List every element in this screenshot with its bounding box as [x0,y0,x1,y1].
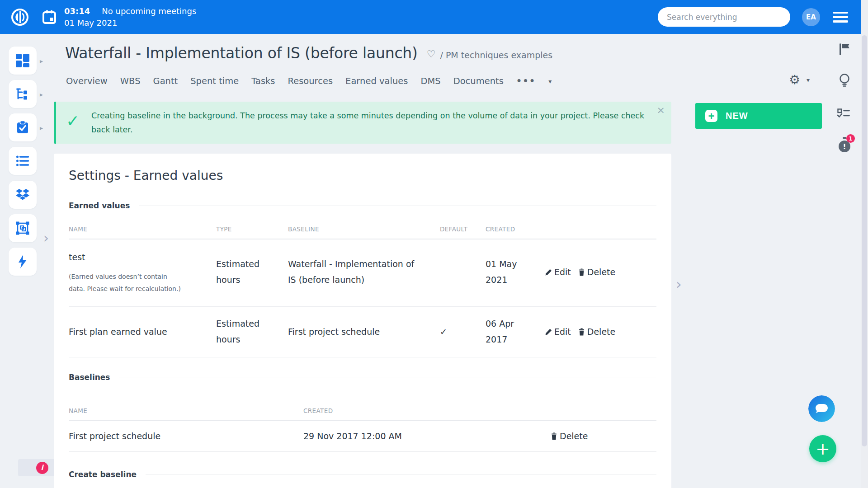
sidebar-item-tasks[interactable] [9,113,37,141]
project-tabs: Overview WBS Gantt Spent time Tasks Reso… [66,76,552,86]
stopwatch-badge: 1 [846,134,855,143]
ev-created: 06 Apr 2017 [486,316,523,347]
column-header-created: CREATED [486,225,545,233]
scrollbar-thumb[interactable] [862,35,867,446]
divider [146,474,656,474]
baselines-legend: Baselines [69,373,110,382]
clock-time: 03:14 [64,5,90,17]
ev-type: Estimated hours [216,256,267,288]
column-header-created: CREATED [303,407,551,414]
divider [139,206,656,206]
ev-baseline: First project schedule [288,324,417,340]
add-button[interactable]: + [809,435,836,462]
info-icon: i [36,462,48,474]
sidebar-item-capture[interactable] [9,214,37,242]
app-logo-icon[interactable] [11,8,29,26]
tab-dms[interactable]: DMS [420,76,440,86]
earned-values-legend: Earned values [69,201,130,210]
sidebar-item-dropbox[interactable] [9,181,37,209]
hamburger-menu-icon[interactable] [833,12,848,23]
sidebar-item-dashboard[interactable] [9,47,37,75]
plus-icon: + [705,110,717,122]
table-row: test (Earned values doesn’t contain data… [69,239,656,307]
tab-resources[interactable]: Resources [288,76,333,86]
chevron-down-icon[interactable]: ▾ [807,76,810,84]
search-input[interactable] [658,7,790,27]
delete-button[interactable]: Delete [578,267,615,277]
ev-baseline: Waterfall - Implementation of IS (before… [288,256,417,288]
ev-type: Estimated hours [216,316,267,347]
divider [119,377,656,377]
tab-wbs[interactable]: WBS [120,76,141,86]
sidebar-item-quick[interactable] [9,248,37,276]
trash-icon [551,432,557,440]
chevron-right-icon[interactable]: ▸ [40,124,43,131]
tasks-clipboard-icon [16,121,29,134]
ev-name: First plan earned value [69,324,216,340]
checklist-icon[interactable] [837,108,850,118]
meeting-status: No upcoming meetings [102,5,196,17]
trash-icon [578,328,585,336]
current-date: 01 May 2021 [64,17,196,29]
chevron-right-icon[interactable]: ▸ [40,57,43,65]
alert-message: Creating baseline in the background. The… [91,109,659,137]
tab-earned-values[interactable]: Earned values [345,76,408,86]
create-baseline-legend: Create baseline [69,470,137,479]
edit-button[interactable]: Edit [545,267,571,277]
sidebar-item-list[interactable] [9,147,37,175]
earned-values-header-row: NAME TYPE BASELINE DEFAULT CREATED [69,225,656,239]
meeting-info: 03:14 No upcoming meetings 01 May 2021 [64,5,196,29]
ev-created: 01 May 2021 [486,256,523,288]
column-header-name: NAME [69,407,303,414]
close-icon[interactable]: × [657,104,665,116]
frame-capture-icon [16,221,29,235]
sidebar-item-wbs[interactable] [9,80,37,108]
column-header-type: TYPE [216,225,288,233]
success-alert: ✓ Creating baseline in the background. T… [54,102,671,144]
baseline-name: First project schedule [69,428,303,444]
pencil-icon [545,269,552,276]
delete-button[interactable]: Delete [578,327,615,337]
chat-button[interactable] [808,395,835,422]
ev-name: test [69,249,216,265]
default-check-icon: ✓ [440,324,486,340]
column-header-name: NAME [69,225,216,233]
plus-icon: + [816,440,830,457]
scrollbar-track [861,0,868,488]
trash-icon [578,268,585,276]
tab-tasks[interactable]: Tasks [251,76,275,86]
delete-button[interactable]: Delete [551,431,588,441]
new-button-label: NEW [726,111,748,121]
tab-spent-time[interactable]: Spent time [190,76,239,86]
lightbulb-icon[interactable] [839,73,850,89]
chevron-right-icon[interactable]: ▸ [40,91,43,98]
sidebar-expand-icon[interactable]: › [43,231,49,245]
tab-gantt[interactable]: Gantt [153,76,178,86]
settings-panel: Settings - Earned values Earned values N… [54,154,671,488]
panel-expand-icon[interactable]: › [676,276,682,293]
calendar-icon[interactable] [42,10,56,24]
chevron-down-icon[interactable]: ▾ [548,78,552,85]
avatar[interactable]: EA [802,8,820,26]
table-row: First project schedule 29 Nov 2017 12:00… [69,421,656,452]
lightning-icon [17,255,28,268]
ev-note: (Earned values doesn’t contain data. Ple… [69,271,184,295]
tab-overview[interactable]: Overview [66,76,108,86]
wbs-tree-icon [16,88,29,100]
baselines-header-row: NAME CREATED [69,407,656,421]
page-title: Waterfall - Implementation of IS (before… [65,44,418,62]
flag-icon[interactable] [839,43,850,56]
column-header-default: DEFAULT [440,225,486,233]
list-icon [16,155,29,166]
tab-more[interactable]: ••• [516,76,536,86]
pencil-icon [545,328,552,335]
table-row: First plan earned value Estimated hours … [69,307,656,357]
edit-button[interactable]: Edit [545,327,571,337]
gear-icon[interactable]: ⚙ [789,74,800,86]
new-button[interactable]: + NEW [695,103,822,129]
tab-documents[interactable]: Documents [453,76,504,86]
column-header-baseline: BASELINE [288,225,440,233]
settings-title: Settings - Earned values [69,168,656,183]
breadcrumb[interactable]: / PM techniques examples [440,50,552,60]
favorite-heart-icon[interactable]: ♡ [427,48,436,60]
